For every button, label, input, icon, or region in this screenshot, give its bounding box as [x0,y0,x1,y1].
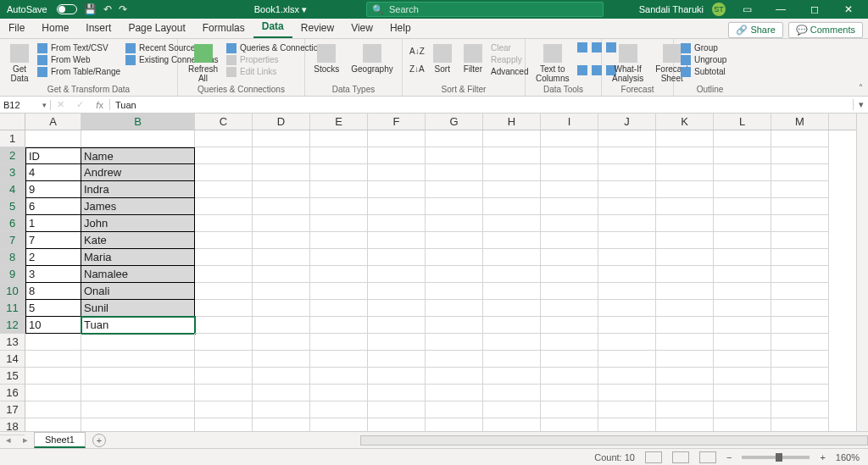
cell-L16[interactable] [714,385,771,401]
cell-K6[interactable] [656,215,714,232]
cell-H17[interactable] [483,401,541,418]
tab-home[interactable]: Home [33,19,77,38]
cell-E13[interactable] [310,334,368,351]
text-to-columns-button[interactable]: Text to Columns [532,42,572,85]
cell-K14[interactable] [656,351,714,368]
minimize-icon[interactable]: — [768,3,793,15]
tab-data[interactable]: Data [253,17,292,38]
cell-M4[interactable] [771,181,829,198]
cell-J3[interactable] [598,164,656,181]
group-rows[interactable]: Group [681,42,739,54]
cell-J2[interactable] [598,147,656,164]
what-if-button[interactable]: What-If Analysis [609,42,647,85]
collapse-ribbon-icon[interactable]: ˄ [859,83,863,92]
cell-I2[interactable] [541,147,598,164]
cell-F10[interactable] [368,283,426,300]
cell-C12[interactable] [195,317,253,334]
cell-J5[interactable] [598,198,656,215]
tab-formulas[interactable]: Formulas [194,19,253,38]
cell-A12[interactable]: 10 [25,317,81,334]
page-break-view-icon[interactable] [699,451,716,463]
cell-K7[interactable] [656,232,714,249]
cell-F8[interactable] [368,249,426,266]
cell-G13[interactable] [426,334,483,351]
select-all-corner[interactable] [0,113,25,130]
cell-I16[interactable] [541,385,598,401]
cell-H5[interactable] [483,198,541,215]
cell-F4[interactable] [368,181,426,198]
cell-C5[interactable] [195,198,253,215]
cell-E17[interactable] [310,401,368,418]
undo-icon[interactable]: ↶ [103,3,112,15]
cell-H3[interactable] [483,164,541,181]
cell-J7[interactable] [598,232,656,249]
cell-D10[interactable] [253,283,310,300]
cell-B9[interactable]: Namalee [81,266,195,283]
fx-icon[interactable]: fx [96,100,103,110]
cell-G12[interactable] [426,317,483,334]
cell-C9[interactable] [195,266,253,283]
cell-M15[interactable] [771,368,829,385]
cell-G8[interactable] [426,249,483,266]
cell-C11[interactable] [195,300,253,317]
cell-F6[interactable] [368,215,426,232]
cell-B3[interactable]: Andrew [81,164,195,181]
cell-E18[interactable] [310,418,368,431]
cell-I18[interactable] [541,418,598,431]
cell-E14[interactable] [310,351,368,368]
cell-M10[interactable] [771,283,829,300]
horizontal-scrollbar[interactable] [360,435,868,446]
cell-F11[interactable] [368,300,426,317]
stocks-button[interactable]: Stocks [310,42,342,75]
cell-C3[interactable] [195,164,253,181]
cell-D17[interactable] [253,401,310,418]
cell-G15[interactable] [426,368,483,385]
cell-C7[interactable] [195,232,253,249]
cell-H16[interactable] [483,385,541,401]
cell-C10[interactable] [195,283,253,300]
cell-K18[interactable] [656,418,714,431]
cell-A18[interactable] [25,418,81,431]
cell-M1[interactable] [771,130,829,147]
row-header[interactable]: 9 [0,266,25,283]
cell-H13[interactable] [483,334,541,351]
tab-insert[interactable]: Insert [77,19,120,38]
row-header[interactable]: 14 [0,351,25,368]
column-header-G[interactable]: G [426,113,483,130]
cell-K17[interactable] [656,401,714,418]
from-table-range[interactable]: From Table/Range [37,66,120,78]
cell-F13[interactable] [368,334,426,351]
zoom-in-icon[interactable]: + [820,452,825,462]
cell-G4[interactable] [426,181,483,198]
vertical-scrollbar[interactable] [856,113,868,431]
cell-K11[interactable] [656,300,714,317]
cell-F18[interactable] [368,418,426,431]
cell-J13[interactable] [598,334,656,351]
cell-B6[interactable]: John [81,215,195,232]
cell-J9[interactable] [598,266,656,283]
column-header-J[interactable]: J [598,113,656,130]
cell-B13[interactable] [81,334,195,351]
cell-L9[interactable] [714,266,771,283]
cell-G14[interactable] [426,351,483,368]
cell-M14[interactable] [771,351,829,368]
cell-M8[interactable] [771,249,829,266]
cell-I8[interactable] [541,249,598,266]
sort-asc-icon[interactable]: A↓Z [409,47,425,56]
cell-L8[interactable] [714,249,771,266]
row-header[interactable]: 15 [0,368,25,385]
cell-G18[interactable] [426,418,483,431]
cell-A5[interactable]: 6 [25,198,81,215]
get-data-button[interactable]: Get Data [7,42,32,85]
cell-D9[interactable] [253,266,310,283]
cell-M2[interactable] [771,147,829,164]
cell-E1[interactable] [310,130,368,147]
cell-J16[interactable] [598,385,656,401]
cell-G17[interactable] [426,401,483,418]
tab-view[interactable]: View [342,19,381,38]
sort-button[interactable]: Sort [430,42,455,78]
formula-input[interactable]: Tuan [110,100,853,110]
column-header-B[interactable]: B [81,113,195,130]
save-icon[interactable]: 💾 [84,3,97,15]
cell-M11[interactable] [771,300,829,317]
